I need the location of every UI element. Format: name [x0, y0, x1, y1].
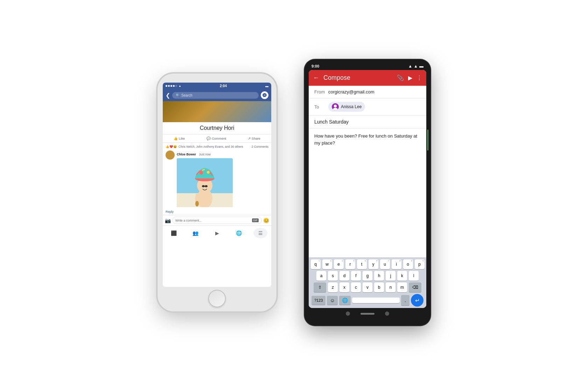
svg-point-6	[207, 171, 210, 174]
like-icon: 👍	[174, 136, 178, 140]
camera-icon[interactable]: 📷	[165, 218, 171, 223]
android-status-bar: 9:00 ▲ ▲ ▬	[307, 64, 428, 69]
android-nav-bar	[346, 312, 389, 316]
back-button[interactable]: ←	[313, 74, 319, 82]
to-label: To	[314, 104, 328, 110]
gif-icon: GIF	[252, 218, 259, 222]
compose-title: Compose	[323, 74, 393, 82]
android-status-icons: ▲ ▲ ▬	[408, 64, 424, 69]
comment-input[interactable]: Write a comment... GIF	[172, 217, 262, 224]
share-button[interactable]: ↗ Share	[248, 136, 260, 140]
subject-text: Lunch Saturday	[314, 119, 349, 125]
key-r[interactable]: 4r	[345, 259, 355, 269]
key-e[interactable]: 3e	[334, 259, 344, 269]
send-icon[interactable]: ▶	[408, 75, 412, 81]
key-v[interactable]: v	[363, 282, 372, 292]
subject-field[interactable]: Lunch Saturday	[309, 115, 426, 128]
comment-input-row: 📷 Write a comment... GIF 😊	[163, 215, 271, 225]
from-value: corgicrazy@gmail.com	[328, 89, 421, 94]
video-nav[interactable]: ▶	[210, 228, 224, 238]
from-field: From corgicrazy@gmail.com	[309, 86, 426, 98]
android-home-nav[interactable]	[360, 313, 374, 315]
keyboard[interactable]: 1q 2w 3e 4r 5t 6y 7u 8i 9o 0p a s d f	[309, 257, 426, 308]
comment-image	[177, 158, 233, 207]
iphone-navbar: ❮ 🔍 Search	[163, 89, 271, 101]
backspace-key[interactable]: ⌫	[409, 282, 421, 292]
key-j[interactable]: j	[386, 271, 396, 281]
key-u[interactable]: 7u	[380, 259, 390, 269]
key-b[interactable]: b	[374, 282, 384, 292]
message-body[interactable]: How have you been? Free for lunch on Sat…	[309, 128, 426, 257]
attach-icon[interactable]: 📎	[397, 75, 404, 81]
key-w[interactable]: 2w	[322, 259, 332, 269]
key-c[interactable]: c	[351, 282, 361, 292]
key-d[interactable]: d	[340, 271, 349, 281]
comment-time: Just now	[199, 153, 211, 156]
back-button[interactable]: ❮	[166, 92, 170, 99]
compose-body: From corgicrazy@gmail.com To Anissa Lee	[309, 86, 426, 308]
comment-icon: 💬	[206, 136, 211, 140]
space-key[interactable]	[352, 298, 400, 303]
key-a[interactable]: a	[316, 271, 326, 281]
iphone-home-button[interactable]	[208, 290, 226, 307]
from-label: From	[314, 89, 328, 94]
reply-label: Reply	[166, 210, 174, 214]
iphone-status-bar: ▲ 2:04 ▬	[163, 83, 271, 89]
key-m[interactable]: m	[397, 282, 407, 292]
key-p[interactable]: 0p	[415, 259, 425, 269]
friends-nav[interactable]: 👥	[188, 228, 202, 238]
emoji-icon[interactable]: 😊	[263, 218, 269, 223]
like-button[interactable]: 👍 Like	[174, 136, 185, 140]
iphone-signal: ▲	[166, 84, 181, 88]
menu-nav[interactable]: ☰	[253, 228, 267, 238]
period-key[interactable]: .	[401, 295, 410, 306]
wifi-icon: ▲	[408, 64, 412, 69]
more-icon[interactable]: ⋮	[416, 75, 422, 81]
iphone-device: ▲ 2:04 ▬ ❮ 🔍 Search Courtney Hori	[158, 74, 276, 312]
key-h[interactable]: h	[374, 271, 384, 281]
key-y[interactable]: 6y	[369, 259, 378, 269]
iphone-time: 2:04	[220, 84, 227, 88]
numbers-key[interactable]: ?123	[312, 296, 326, 305]
svg-point-8	[202, 185, 205, 187]
key-l[interactable]: l	[409, 271, 419, 281]
recipient-chip[interactable]: Anissa Lee	[328, 102, 365, 112]
globe-key[interactable]: 🌐	[339, 296, 351, 305]
comment-button[interactable]: 💬 Comment	[206, 136, 226, 140]
reactions-row: 👍❤️😆 Chris Welch, John Anthony Evans, an…	[163, 144, 271, 149]
key-s[interactable]: s	[328, 271, 338, 281]
key-t[interactable]: 5t	[357, 259, 367, 269]
key-z[interactable]: z	[328, 282, 338, 292]
friends-icon: 👥	[192, 230, 198, 236]
android-recents-nav[interactable]	[385, 312, 389, 316]
signal-dot	[166, 85, 167, 87]
svg-point-11	[334, 105, 337, 107]
messenger-icon[interactable]	[261, 91, 268, 99]
emoji-key[interactable]: ☺	[327, 296, 337, 305]
fb-actions-bar: 👍 Like 💬 Comment ↗ Share	[163, 134, 271, 143]
key-k[interactable]: k	[397, 271, 407, 281]
return-key[interactable]: ↵	[411, 294, 424, 307]
signal-dot	[170, 85, 172, 87]
key-o[interactable]: 9o	[403, 259, 413, 269]
reply-row[interactable]: Reply	[163, 209, 271, 215]
key-i[interactable]: 8i	[392, 259, 401, 269]
news-feed-nav[interactable]: ⬛	[167, 228, 181, 238]
android-back-nav[interactable]	[346, 312, 350, 316]
key-x[interactable]: x	[340, 282, 349, 292]
keyboard-bottom-row: ?123 ☺ 🌐 . ↵	[310, 294, 425, 307]
key-n[interactable]: n	[386, 282, 396, 292]
marketplace-nav[interactable]: 🌐	[232, 228, 246, 238]
shift-key[interactable]: ⇧	[314, 282, 326, 292]
keyboard-row-2: a s d f g h j k l	[310, 271, 425, 281]
key-f[interactable]: f	[351, 271, 361, 281]
comment-body: Chloe Bower Just now	[177, 150, 268, 207]
key-g[interactable]: g	[363, 271, 372, 281]
battery-icon: ▬	[419, 64, 424, 69]
keyboard-row-1: 1q 2w 3e 4r 5t 6y 7u 8i 9o 0p	[310, 259, 425, 269]
like-label: Like	[179, 136, 185, 140]
search-bar[interactable]: 🔍 Search	[172, 92, 259, 99]
to-field: To Anissa Lee	[309, 98, 426, 115]
signal-dot-empty	[175, 85, 177, 87]
key-q[interactable]: 1q	[311, 259, 321, 269]
